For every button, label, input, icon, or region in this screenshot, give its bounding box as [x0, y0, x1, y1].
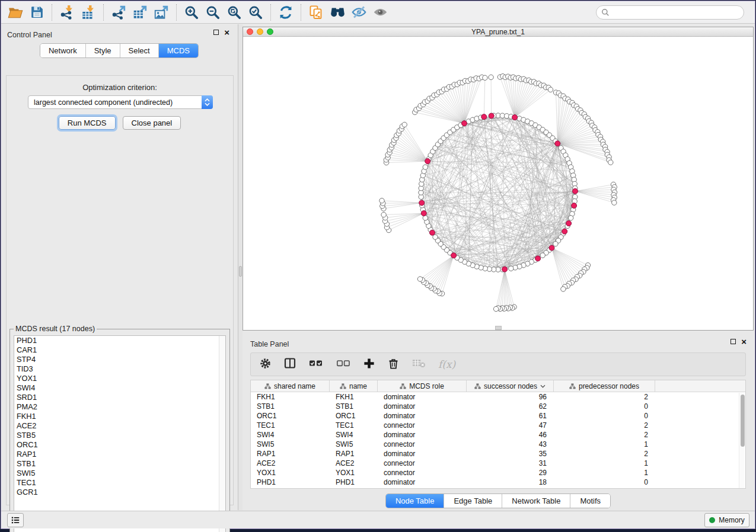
table-row[interactable]: FKH1FKH1dominator962 [251, 392, 745, 402]
graph-node[interactable] [553, 241, 558, 246]
table-cell[interactable]: PHD1 [330, 477, 378, 487]
table-cell[interactable]: 29 [467, 468, 554, 477]
table-cell[interactable]: SWI4 [251, 430, 330, 440]
table-cell[interactable]: 43 [467, 440, 554, 449]
tab-network[interactable]: Network [40, 44, 86, 57]
table-cell[interactable]: dominator [378, 477, 467, 487]
add-column-button[interactable] [363, 357, 375, 372]
table-row[interactable]: RAP1RAP1dominator352 [251, 449, 745, 459]
save-session-button[interactable] [26, 3, 47, 22]
table-cell[interactable]: ORC1 [330, 411, 378, 421]
delete-column-button[interactable] [387, 357, 400, 372]
search-box[interactable] [596, 5, 744, 20]
graph-hub-node[interactable] [549, 245, 554, 251]
table-cell[interactable]: PHD1 [251, 477, 330, 487]
mcds-result-item[interactable]: SRD1 [14, 393, 225, 402]
import-network-button[interactable] [56, 3, 78, 22]
graph-hub-node[interactable] [555, 141, 560, 146]
graph-hub-node[interactable] [481, 114, 487, 120]
table-cell[interactable]: 46 [467, 430, 554, 440]
graph-hub-node[interactable] [489, 113, 494, 118]
mcds-result-item[interactable]: PHD1 [14, 336, 225, 345]
mcds-result-item[interactable]: RAP1 [14, 450, 225, 459]
mcds-result-item[interactable]: ORC1 [14, 440, 225, 450]
graph-node[interactable] [417, 277, 422, 281]
graph-hub-node[interactable] [430, 230, 435, 235]
graph-hub-node[interactable] [425, 159, 430, 164]
mcds-result-item[interactable]: GCR1 [14, 488, 225, 497]
table-cell[interactable]: ACE2 [251, 459, 330, 468]
vertical-splitter[interactable] [238, 24, 243, 510]
graph-hub-node[interactable] [573, 188, 578, 194]
mcds-result-item[interactable]: TEC1 [14, 478, 225, 488]
mcds-result-item[interactable]: SWI5 [14, 469, 225, 478]
graph-node[interactable] [493, 306, 498, 311]
memory-button[interactable]: Memory [704, 513, 749, 527]
table-cell[interactable]: SWI4 [330, 430, 378, 440]
tab-style[interactable]: Style [86, 44, 120, 57]
table-cell[interactable]: STB1 [251, 402, 330, 411]
mcds-result-item[interactable]: TID3 [14, 364, 225, 374]
graph-hub-node[interactable] [535, 256, 541, 261]
table-cell[interactable]: dominator [378, 411, 467, 421]
zoom-fit-button[interactable] [224, 3, 245, 22]
float-panel-icon[interactable] [213, 30, 219, 35]
mcds-result-item[interactable]: STP4 [14, 355, 225, 364]
table-cell[interactable]: dominator [378, 392, 467, 402]
criterion-dropdown[interactable]: largest connected component (undirected) [28, 95, 213, 109]
table-cell[interactable]: connector [378, 459, 467, 468]
graph-node[interactable] [402, 122, 407, 127]
close-panel-icon[interactable]: × [741, 339, 747, 344]
task-history-button[interactable] [7, 513, 24, 527]
table-scrollbar-thumb[interactable] [741, 395, 745, 447]
table-cell[interactable]: 1 [554, 468, 655, 477]
table-row[interactable]: ACE2ACE2connector311 [251, 459, 745, 468]
zoom-out-button[interactable] [202, 3, 224, 22]
network-window-titlebar[interactable]: YPA_prune.txt_1 [243, 27, 753, 37]
table-cell[interactable]: dominator [378, 449, 467, 459]
graph-node[interactable] [612, 200, 617, 205]
export-table-button[interactable] [129, 3, 151, 22]
graph-node[interactable] [548, 87, 553, 92]
table-cell[interactable]: SWI5 [251, 440, 330, 449]
table-cell[interactable]: TEC1 [251, 421, 330, 430]
table-row[interactable]: STB1STB1dominator620 [251, 402, 745, 411]
tab-mcds[interactable]: MCDS [159, 44, 198, 57]
table-cell[interactable]: RAP1 [251, 449, 330, 459]
table-cell[interactable]: dominator [378, 430, 467, 440]
table-cell[interactable]: dominator [378, 402, 467, 411]
graph-node[interactable] [489, 75, 493, 79]
mcds-result-item[interactable]: STB5 [14, 431, 225, 440]
graph-node[interactable] [569, 216, 573, 220]
graph-hub-node[interactable] [421, 211, 426, 216]
table-cell[interactable]: STB1 [330, 402, 378, 411]
column-header-predecessor-nodes[interactable]: predecessor nodes [554, 380, 655, 392]
table-cell[interactable]: ORC1 [251, 411, 330, 421]
mcds-result-list[interactable]: PHD1CAR1STP4TID3YOX1SWI4SRD1PMA2FKH1ACE2… [14, 335, 226, 532]
table-cell[interactable]: TEC1 [330, 421, 378, 430]
show-all-button[interactable] [369, 3, 391, 22]
graph-hub-node[interactable] [572, 203, 577, 209]
column-header-MCDS-role[interactable]: MCDS role [378, 380, 467, 392]
graph-node[interactable] [608, 160, 613, 165]
table-cell[interactable]: connector [378, 440, 467, 449]
column-header-shared-name[interactable]: shared name [251, 380, 330, 392]
graph-hub-node[interactable] [512, 115, 518, 120]
apply-layout-button[interactable] [275, 3, 296, 22]
network-canvas[interactable] [243, 37, 753, 330]
import-table-button[interactable] [78, 3, 99, 22]
table-row[interactable]: TEC1TEC1connector472 [251, 421, 745, 430]
mcds-result-item[interactable]: PMA2 [14, 402, 225, 412]
search-input[interactable] [610, 8, 739, 17]
graph-node[interactable] [483, 75, 487, 80]
table-cell[interactable]: 35 [467, 449, 554, 459]
graph-hub-node[interactable] [419, 200, 425, 206]
table-cell[interactable]: 47 [467, 421, 554, 430]
splitter-grip[interactable] [239, 266, 242, 277]
mcds-result-item[interactable]: FKH1 [14, 412, 225, 421]
hide-selected-button[interactable] [348, 3, 369, 22]
zoom-selected-button[interactable] [245, 3, 266, 22]
function-builder-button[interactable]: f(x) [438, 358, 455, 370]
table-cell[interactable]: 18 [467, 477, 554, 487]
graph-node[interactable] [540, 253, 545, 258]
